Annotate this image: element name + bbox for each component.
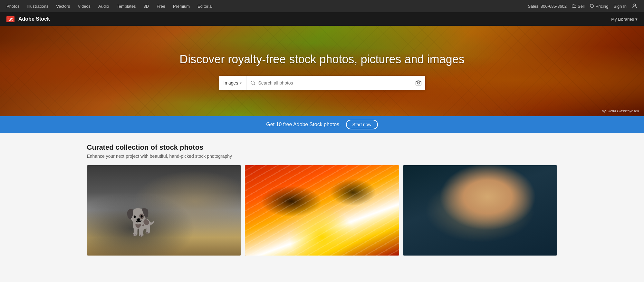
nav-templates[interactable]: Templates [117, 4, 136, 9]
search-input-area [246, 80, 425, 86]
hero-content: Discover royalty-free stock photos, pict… [0, 26, 644, 116]
logo-badge: St [6, 16, 14, 22]
photo-card-dog[interactable] [87, 165, 241, 256]
butterfly-detail [245, 165, 399, 256]
svg-point-4 [418, 82, 419, 84]
account-icon[interactable] [632, 3, 638, 10]
chevron-down-icon: ▾ [635, 17, 638, 22]
search-type-label: Images [224, 80, 238, 86]
my-libraries-label: My Libraries [611, 17, 634, 22]
section-title: Curated collection of stock photos [87, 143, 557, 152]
sign-in-button[interactable]: Sign In [614, 4, 627, 9]
photo-card-woman[interactable] [403, 165, 557, 256]
nav-videos[interactable]: Videos [78, 4, 91, 9]
photo-grid [87, 165, 557, 256]
svg-point-2 [251, 81, 255, 85]
main-content: Curated collection of stock photos Enhan… [81, 133, 564, 256]
promo-banner: Get 10 free Adobe Stock photos. Start no… [0, 116, 644, 133]
top-nav-links: Photos Illustrations Vectors Videos Audi… [6, 4, 213, 9]
camera-icon[interactable] [416, 80, 421, 86]
tag-icon [590, 4, 594, 8]
svg-line-3 [254, 84, 255, 85]
nav-illustrations[interactable]: Illustrations [27, 4, 48, 9]
nav-3d[interactable]: 3D [144, 4, 149, 9]
promo-text: Get 10 free Adobe Stock photos. [266, 122, 341, 127]
nav-free[interactable]: Free [157, 4, 165, 9]
hero-title: Discover royalty-free stock photos, pict… [179, 52, 464, 67]
chevron-down-icon: ▾ [240, 81, 242, 85]
hero-section: Discover royalty-free stock photos, pict… [0, 26, 644, 116]
sell-button[interactable]: Sell [572, 4, 585, 9]
search-input[interactable] [258, 80, 413, 86]
section-subtitle: Enhance your next project with beautiful… [87, 154, 557, 159]
top-nav-actions: Sales: 800-685-3602 Sell Pricing Sign In [528, 3, 638, 10]
photo-card-butterfly[interactable] [245, 165, 399, 256]
secondary-nav: St Adobe Stock My Libraries ▾ [0, 12, 644, 26]
logo-area[interactable]: St Adobe Stock [6, 16, 50, 22]
my-libraries-button[interactable]: My Libraries ▾ [611, 17, 638, 22]
nav-audio[interactable]: Audio [98, 4, 109, 9]
cloud-icon [572, 4, 576, 8]
search-type-dropdown[interactable]: Images ▾ [219, 76, 247, 90]
svg-point-1 [634, 4, 636, 6]
sales-number: Sales: 800-685-3602 [528, 4, 567, 9]
search-icon [250, 80, 255, 86]
pricing-button[interactable]: Pricing [590, 4, 609, 9]
search-bar: Images ▾ [219, 76, 425, 90]
nav-editorial[interactable]: Editorial [197, 4, 213, 9]
nav-photos[interactable]: Photos [6, 4, 19, 9]
nav-vectors[interactable]: Vectors [56, 4, 70, 9]
top-nav: Photos Illustrations Vectors Videos Audi… [0, 0, 644, 12]
logo-text: Adobe Stock [18, 16, 50, 22]
start-now-button[interactable]: Start now [346, 120, 378, 129]
nav-premium[interactable]: Premium [173, 4, 190, 9]
